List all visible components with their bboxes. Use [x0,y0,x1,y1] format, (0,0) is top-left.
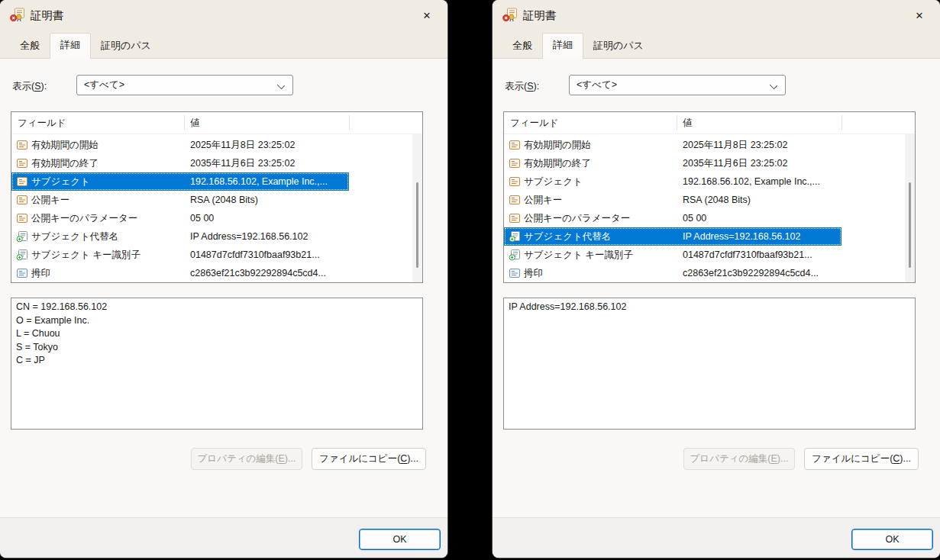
show-dropdown[interactable]: <すべて> [569,75,786,95]
value-cell: 192.168.56.102, Example Inc.,... [683,176,840,187]
field-cell: サブジェクト キー識別子 [31,249,190,262]
titlebar[interactable]: 証明書 ✕ [0,0,447,31]
thumbprint-icon [16,267,28,279]
table-row[interactable]: 有効期間の開始2025年11月8日 23:25:02 [504,136,841,154]
copy-to-file-button[interactable]: ファイルにコピー(C)... [312,448,426,470]
field-icon [509,194,521,206]
certificate-dialog-left: 証明書 ✕ 全般 詳細 証明のパス 表示(S): <すべて> フィールド 値 有… [0,0,447,558]
table-row[interactable]: 有効期間の終了2035年11月6日 23:25:02 [11,154,349,172]
column-header-value[interactable]: 値 [683,112,693,134]
value-cell: 2035年11月6日 23:25:02 [190,157,347,170]
table-row[interactable]: サブジェクト192.168.56.102, Example Inc.,... [11,172,349,191]
field-rows: 有効期間の開始2025年11月8日 23:25:02有効期間の終了2035年11… [504,136,841,282]
value-cell: 2025年11月8日 23:25:02 [683,139,840,152]
field-cell: 公開キーのパラメーター [524,212,683,225]
show-dropdown[interactable]: <すべて> [76,75,293,95]
table-row[interactable]: 拇印c2863ef21c3b92292894c5cd4... [504,264,841,282]
value-cell: 2025年11月8日 23:25:02 [190,139,347,152]
tab-certification-path[interactable]: 証明のパス [91,34,161,58]
table-row[interactable]: 公開キーRSA (2048 Bits) [11,191,349,209]
edit-properties-button: プロパティの編集(E)... [683,448,795,470]
table-row[interactable]: 公開キーのパラメーター05 00 [11,209,349,227]
close-icon[interactable]: ✕ [414,5,440,26]
scrollbar-track[interactable] [905,134,915,282]
show-label: 表示(S): [505,80,539,93]
list-header: フィールド 値 [504,112,915,134]
tab-general[interactable]: 全般 [10,34,50,58]
titlebar[interactable]: 証明書 ✕ [493,0,940,31]
value-cell: IP Address=192.168.56.102 [190,231,347,242]
field-value-list[interactable]: フィールド 値 有効期間の開始2025年11月8日 23:25:02有効期間の終… [503,111,916,283]
column-header-field[interactable]: フィールド [510,112,559,134]
field-cell: 拇印 [524,267,683,280]
table-row[interactable]: サブジェクト代替名IP Address=192.168.56.102 [504,227,841,246]
field-cell: 公開キー [31,194,190,207]
field-cell: 有効期間の開始 [31,139,190,152]
field-cell: 有効期間の終了 [524,157,683,170]
value-cell: RSA (2048 Bits) [190,195,347,205]
column-divider [184,115,185,130]
field-detail-text[interactable]: IP Address=192.168.56.102 [503,298,916,430]
field-detail-text[interactable]: CN = 192.168.56.102 O = Example Inc. L =… [11,298,423,430]
column-divider [677,115,677,130]
field-cell: サブジェクト [31,175,190,188]
field-icon [509,175,521,188]
show-label: 表示(S): [12,80,47,93]
field-cell: サブジェクト キー識別子 [524,249,683,262]
value-cell: RSA (2048 Bits) [683,195,840,205]
field-icon [509,157,521,169]
field-icon [16,175,28,188]
scrollbar-thumb[interactable] [416,182,418,268]
table-row[interactable]: サブジェクト192.168.56.102, Example Inc.,... [504,172,841,191]
scrollbar-track[interactable] [412,134,422,282]
thumbprint-icon [509,267,521,279]
field-cell: 有効期間の終了 [31,157,190,170]
field-icon [16,194,28,206]
value-cell: 01487d7cfdf7310fbaaf93b21... [190,249,347,260]
value-cell: 01487d7cfdf7310fbaaf93b21... [683,249,840,260]
scrollbar-thumb[interactable] [909,182,911,268]
tab-details[interactable]: 詳細 [50,33,91,59]
table-row[interactable]: サブジェクト代替名IP Address=192.168.56.102 [11,227,349,246]
value-cell: c2863ef21c3b92292894c5cd4... [190,268,347,278]
dialog-footer: OK [493,517,940,558]
field-cell: サブジェクト [524,175,683,188]
dialog-footer: OK [0,517,447,558]
close-icon[interactable]: ✕ [906,5,932,26]
table-row[interactable]: 公開キーRSA (2048 Bits) [504,191,841,209]
field-cell: 有効期間の開始 [524,139,683,152]
field-cell: 公開キーのパラメーター [31,212,190,225]
tab-general[interactable]: 全般 [502,34,542,58]
value-cell: c2863ef21c3b92292894c5cd4... [683,268,840,278]
window-title: 証明書 [523,8,557,23]
value-cell: 05 00 [683,213,840,224]
tab-details[interactable]: 詳細 [542,33,583,59]
window-title: 証明書 [31,8,64,23]
column-header-field[interactable]: フィールド [18,112,66,134]
certificate-error-icon [10,8,25,22]
table-row[interactable]: 有効期間の終了2035年11月6日 23:25:02 [504,154,841,172]
table-row[interactable]: サブジェクト キー識別子01487d7cfdf7310fbaaf93b21... [11,246,349,264]
table-row[interactable]: サブジェクト キー識別子01487d7cfdf7310fbaaf93b21... [504,246,841,264]
column-divider [349,115,350,130]
field-cell: 拇印 [31,267,190,280]
field-cell: 公開キー [524,194,683,207]
column-header-value[interactable]: 値 [190,112,200,134]
extension-icon [16,249,28,261]
field-icon [509,139,521,151]
edit-properties-button: プロパティの編集(E)... [191,448,302,470]
table-row[interactable]: 拇印c2863ef21c3b92292894c5cd4... [11,264,349,282]
copy-to-file-button[interactable]: ファイルにコピー(C)... [804,448,919,470]
ok-button[interactable]: OK [359,529,441,550]
certificate-dialog-right: 証明書 ✕ 全般 詳細 証明のパス 表示(S): <すべて> フィールド 値 有… [493,0,940,558]
chevron-down-icon [277,82,285,89]
show-dropdown-value: <すべて> [577,79,617,90]
value-cell: 2035年11月6日 23:25:02 [683,157,840,170]
table-row[interactable]: 有効期間の開始2025年11月8日 23:25:02 [11,136,349,154]
field-cell: サブジェクト代替名 [524,230,683,243]
field-value-list[interactable]: フィールド 値 有効期間の開始2025年11月8日 23:25:02有効期間の終… [11,111,423,283]
table-row[interactable]: 公開キーのパラメーター05 00 [504,209,841,227]
field-icon [16,157,28,169]
tab-certification-path[interactable]: 証明のパス [583,34,654,58]
ok-button[interactable]: OK [851,529,933,550]
